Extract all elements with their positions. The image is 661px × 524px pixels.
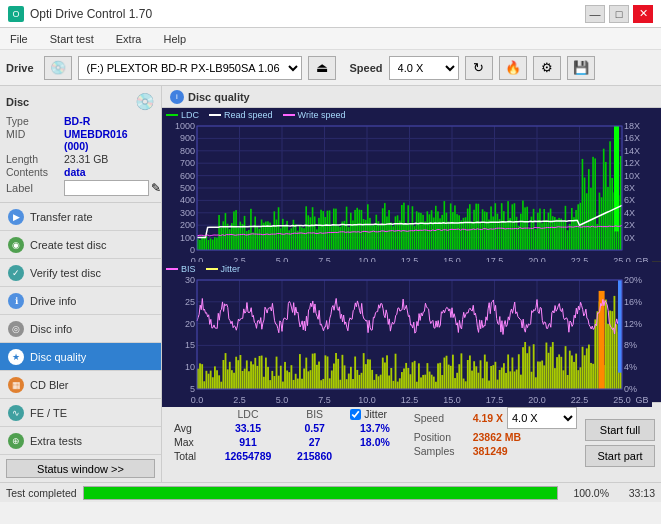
progress-percent: 100.0% xyxy=(564,487,609,499)
speed-field-label: Speed xyxy=(414,412,469,424)
nav-extra-tests[interactable]: ⊕ Extra tests xyxy=(0,427,161,455)
legend-top: LDC Read speed Write speed xyxy=(166,110,345,120)
nav-items: ▶ Transfer rate ◉ Create test disc ✓ Ver… xyxy=(0,203,161,455)
disc-info-icon: ◎ xyxy=(8,321,24,337)
length-key: Length xyxy=(6,153,64,165)
menu-file[interactable]: File xyxy=(4,31,34,47)
nav-verify-test-disc[interactable]: ✓ Verify test disc xyxy=(0,259,161,287)
nav-transfer-rate[interactable]: ▶ Transfer rate xyxy=(0,203,161,231)
bis-color xyxy=(166,268,178,270)
jitter-checkbox[interactable] xyxy=(350,409,361,420)
chart-top: LDC Read speed Write speed xyxy=(162,108,661,262)
charts-area: LDC Read speed Write speed xyxy=(162,108,661,402)
speed-info: Speed 4.19 X 4.0 X Position 23862 MB Sam… xyxy=(414,407,577,478)
disc-eject-icon[interactable]: 💿 xyxy=(135,92,155,111)
maximize-button[interactable]: □ xyxy=(609,5,629,23)
mid-val: UMEBDR016 (000) xyxy=(64,128,155,152)
contents-val: data xyxy=(64,166,86,178)
status-window-button[interactable]: Status window >> xyxy=(6,459,155,478)
fe-te-icon: ∿ xyxy=(8,405,24,421)
legend-bis-label: BIS xyxy=(181,264,196,274)
start-part-button[interactable]: Start part xyxy=(585,445,655,467)
samples-label: Samples xyxy=(414,445,469,457)
start-full-button[interactable]: Start full xyxy=(585,419,655,441)
dq-title: Disc quality xyxy=(188,91,250,103)
drive-select[interactable]: (F:) PLEXTOR BD-R PX-LB950SA 1.06 xyxy=(78,56,302,80)
disc-quality-header: i Disc quality xyxy=(162,86,661,108)
legend-jitter-label: Jitter xyxy=(221,264,241,274)
legend-read-speed: Read speed xyxy=(209,110,273,120)
stats-bar: LDC BIS Jitter Avg xyxy=(162,402,661,482)
menu-help[interactable]: Help xyxy=(157,31,192,47)
nav-create-test-disc[interactable]: ◉ Create test disc xyxy=(0,231,161,259)
nav-fe-te-label: FE / TE xyxy=(30,407,67,419)
label-input[interactable] xyxy=(64,180,149,196)
total-bis: 215860 xyxy=(285,449,344,463)
speed-field-val: 4.19 X xyxy=(473,412,503,424)
write-speed-color xyxy=(283,114,295,116)
th-bis: BIS xyxy=(285,407,344,421)
max-label: Max xyxy=(168,435,211,449)
avg-bis: 0.57 xyxy=(285,421,344,435)
type-key: Type xyxy=(6,115,64,127)
action-buttons: Start full Start part xyxy=(585,407,655,478)
nav-disc-info[interactable]: ◎ Disc info xyxy=(0,315,161,343)
menu-extra[interactable]: Extra xyxy=(110,31,148,47)
stats-total-row: Total 12654789 215860 xyxy=(168,449,406,463)
total-jitter xyxy=(344,449,405,463)
nav-disc-quality[interactable]: ★ Disc quality xyxy=(0,343,161,371)
close-button[interactable]: ✕ xyxy=(633,5,653,23)
max-bis: 27 xyxy=(285,435,344,449)
bottom-chart-canvas xyxy=(162,262,652,407)
test-speed-select[interactable]: 4.0 X xyxy=(507,407,577,429)
sidebar: Disc 💿 Type BD-R MID UMEBDR016 (000) Len… xyxy=(0,86,162,482)
nav-extra-tests-label: Extra tests xyxy=(30,435,82,447)
type-val: BD-R xyxy=(64,115,90,127)
top-chart-canvas xyxy=(162,108,652,268)
create-test-disc-icon: ◉ xyxy=(8,237,24,253)
drive-info-icon: ℹ xyxy=(8,293,24,309)
nav-fe-te[interactable]: ∿ FE / TE xyxy=(0,399,161,427)
main-area: Disc 💿 Type BD-R MID UMEBDR016 (000) Len… xyxy=(0,86,661,482)
menubar: File Start test Extra Help xyxy=(0,28,661,50)
nav-cd-bler[interactable]: ▦ CD Bler xyxy=(0,371,161,399)
legend-ldc: LDC xyxy=(166,110,199,120)
transfer-rate-icon: ▶ xyxy=(8,209,24,225)
position-label: Position xyxy=(414,431,469,443)
legend-write-speed-label: Write speed xyxy=(298,110,346,120)
options-button[interactable]: ⚙ xyxy=(533,56,561,80)
mid-key: MID xyxy=(6,128,64,152)
status-text: Test completed xyxy=(6,487,77,499)
disc-header: Disc xyxy=(6,96,29,108)
th-ldc: LDC xyxy=(211,407,285,421)
minimize-button[interactable]: — xyxy=(585,5,605,23)
menu-starttest[interactable]: Start test xyxy=(44,31,100,47)
extra-tests-icon: ⊕ xyxy=(8,433,24,449)
nav-verify-label: Verify test disc xyxy=(30,267,101,279)
nav-transfer-rate-label: Transfer rate xyxy=(30,211,93,223)
save-button[interactable]: 💾 xyxy=(567,56,595,80)
burn-button[interactable]: 🔥 xyxy=(499,56,527,80)
cd-bler-icon: ▦ xyxy=(8,377,24,393)
legend-jitter: Jitter xyxy=(206,264,241,274)
eject-button[interactable]: ⏏ xyxy=(308,56,336,80)
toolbar: Drive 💿 (F:) PLEXTOR BD-R PX-LB950SA 1.0… xyxy=(0,50,661,86)
progress-bar-inner xyxy=(84,487,557,499)
verify-icon: ✓ xyxy=(8,265,24,281)
nav-drive-info[interactable]: ℹ Drive info xyxy=(0,287,161,315)
drive-icon-btn[interactable]: 💿 xyxy=(44,56,72,80)
th-jitter-check: Jitter xyxy=(344,407,405,421)
legend-bis: BIS xyxy=(166,264,196,274)
avg-jitter: 13.7% xyxy=(344,421,405,435)
dq-icon: i xyxy=(170,90,184,104)
total-label: Total xyxy=(168,449,211,463)
label-edit-icon[interactable]: ✎ xyxy=(151,181,161,195)
position-val: 23862 MB xyxy=(473,431,521,443)
drive-label: Drive xyxy=(6,62,34,74)
speed-select[interactable]: 4.0 X xyxy=(389,56,459,80)
legend-bottom: BIS Jitter xyxy=(166,264,240,274)
max-ldc: 911 xyxy=(211,435,285,449)
refresh-button[interactable]: ↻ xyxy=(465,56,493,80)
app-title: Opti Drive Control 1.70 xyxy=(30,7,152,21)
label-key: Label xyxy=(6,182,64,194)
